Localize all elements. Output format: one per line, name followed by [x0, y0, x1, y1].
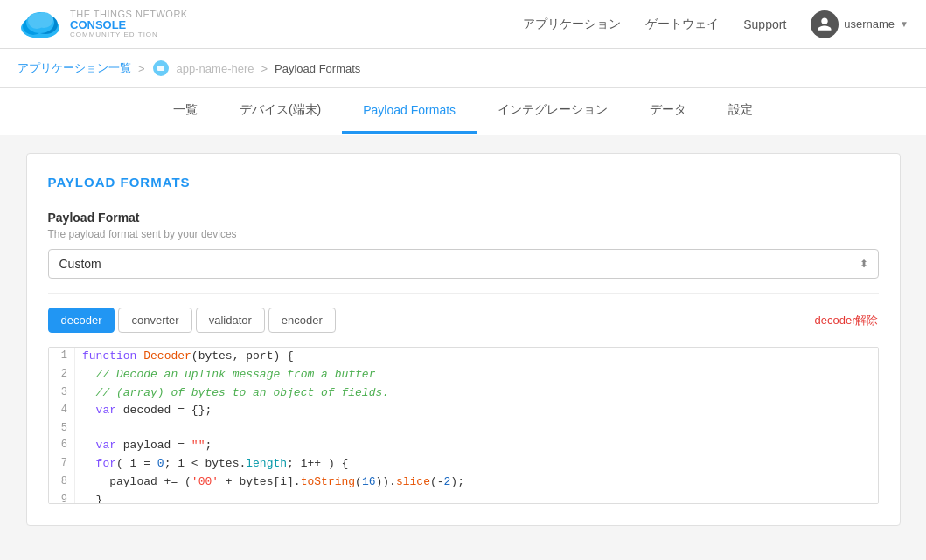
code-table: 1 function Decoder(bytes, port) { 2 // D… [49, 348, 878, 504]
code-tabs-row: decoder converter validator encoder deco… [48, 308, 879, 333]
tab-integrations[interactable]: インテグレーション [477, 88, 629, 135]
app-icon [152, 59, 170, 77]
breadcrumb-apps-list[interactable]: アプリケーション一覧 [17, 60, 131, 76]
tab-bar: 一覧 デバイス(端末) Payload Formats インテグレーション デー… [0, 88, 926, 135]
tab-payload-formats[interactable]: Payload Formats [342, 89, 477, 134]
breadcrumb-current: Payload Formats [275, 62, 360, 75]
svg-point-5 [34, 12, 53, 28]
line-num-6: 6 [49, 437, 75, 455]
code-section: decoder converter validator encoder deco… [48, 308, 879, 504]
code-tabs: decoder converter validator encoder [48, 308, 336, 333]
logo-area: THE THINGS NETWORK CONSOLE COMMUNITY EDI… [17, 9, 188, 40]
line-num-7: 7 [49, 455, 75, 474]
breadcrumb-sep1: > [138, 62, 145, 75]
main-content: PAYLOAD FORMATS Payload Format The paylo… [9, 153, 918, 526]
line-code-2: // Decode an uplink message from a buffe… [75, 366, 878, 384]
line-num-4: 4 [49, 402, 75, 420]
chevron-down-icon: ▼ [900, 19, 909, 29]
line-code-3: // (array) of bytes to an object of fiel… [75, 384, 878, 403]
code-line-2: 2 // Decode an uplink message from a buf… [49, 366, 878, 384]
code-line-9: 9 } [49, 492, 878, 504]
line-code-6: var payload = ""; [75, 437, 878, 455]
code-line-5: 5 [49, 420, 878, 437]
code-line-4: 4 var decoded = {}; [49, 402, 878, 420]
edition-label: COMMUNITY EDITION [70, 31, 188, 39]
payload-format-select[interactable]: Custom Cayenne LPP None [48, 249, 879, 279]
code-line-6: 6 var payload = ""; [49, 437, 878, 455]
decoder-link[interactable]: decoder解除 [815, 313, 879, 328]
svg-rect-7 [157, 66, 164, 71]
tab-data[interactable]: データ [629, 88, 707, 135]
line-num-5: 5 [49, 420, 75, 437]
tab-validator[interactable]: validator [196, 308, 265, 333]
line-code-1: function Decoder(bytes, port) { [75, 348, 878, 366]
code-line-8: 8 payload += ('00' + bytes[i].toString(1… [49, 474, 878, 492]
line-num-2: 2 [49, 366, 75, 384]
section-title: PAYLOAD FORMATS [48, 175, 879, 190]
tab-overview[interactable]: 一覧 [152, 88, 219, 135]
breadcrumb-app-name: app-name-here [177, 62, 254, 75]
header-nav: アプリケーション ゲートウェイ Support username ▼ [523, 10, 909, 38]
user-menu[interactable]: username ▼ [811, 10, 909, 38]
line-num-9: 9 [49, 492, 75, 504]
username-label: username [844, 17, 895, 31]
line-code-4: var decoded = {}; [75, 402, 878, 420]
tab-decoder[interactable]: decoder [48, 308, 115, 333]
line-num-8: 8 [49, 474, 75, 492]
code-line-7: 7 for( i = 0; i < bytes.length; i++ ) { [49, 455, 878, 474]
line-code-9: } [75, 492, 878, 504]
tab-encoder[interactable]: encoder [268, 308, 336, 333]
tab-devices[interactable]: デバイス(端末) [219, 88, 342, 135]
logo-text: THE THINGS NETWORK CONSOLE COMMUNITY EDI… [70, 9, 188, 39]
line-code-5 [75, 420, 878, 437]
divider [48, 293, 879, 294]
nav-applications[interactable]: アプリケーション [523, 17, 621, 32]
payload-formats-section: PAYLOAD FORMATS Payload Format The paylo… [26, 153, 901, 526]
code-line-3: 3 // (array) of bytes to an object of fi… [49, 384, 878, 403]
header: THE THINGS NETWORK CONSOLE COMMUNITY EDI… [0, 0, 926, 49]
nav-gateway[interactable]: ゲートウェイ [645, 17, 719, 32]
code-line-1: 1 function Decoder(bytes, port) { [49, 348, 878, 366]
payload-format-field: Payload Format The payload format sent b… [48, 211, 879, 279]
breadcrumb-sep2: > [261, 62, 268, 75]
line-num-3: 3 [49, 384, 75, 403]
breadcrumb: アプリケーション一覧 > app-name-here > Payload For… [0, 49, 926, 88]
tab-settings[interactable]: 設定 [707, 88, 774, 135]
nav-support[interactable]: Support [743, 17, 786, 31]
payload-format-label: Payload Format [48, 211, 879, 225]
line-num-1: 1 [49, 348, 75, 366]
console-label: CONSOLE [70, 19, 188, 31]
payload-format-select-wrapper: Custom Cayenne LPP None ⬍ [48, 249, 879, 279]
payload-format-description: The payload format sent by your devices [48, 228, 879, 240]
line-code-8: payload += ('00' + bytes[i].toString(16)… [75, 474, 878, 492]
code-editor[interactable]: 1 function Decoder(bytes, port) { 2 // D… [48, 347, 879, 504]
cloud-logo-icon [17, 9, 63, 40]
tab-converter[interactable]: converter [118, 308, 191, 333]
avatar [811, 10, 839, 38]
line-code-7: for( i = 0; i < bytes.length; i++ ) { [75, 455, 878, 474]
